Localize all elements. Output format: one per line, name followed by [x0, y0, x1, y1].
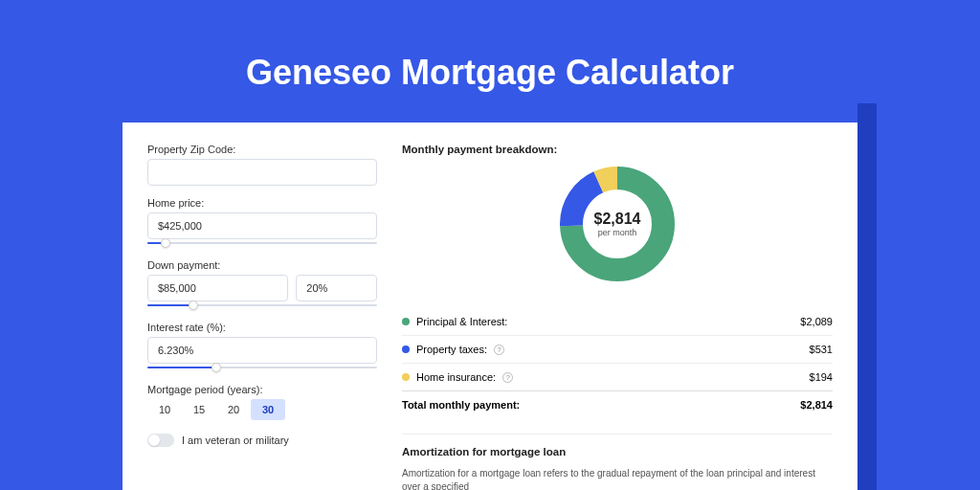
home-price-group: Home price:: [147, 197, 377, 248]
calculator-card: Property Zip Code: Home price: Down paym…: [122, 122, 858, 490]
legend-dot-icon: [402, 373, 410, 381]
legend-row: Home insurance:?$194: [402, 363, 833, 390]
legend-value: $194: [810, 371, 833, 383]
page-title: Geneseo Mortgage Calculator: [0, 53, 980, 93]
amortization-text: Amortization for a mortgage loan refers …: [402, 467, 833, 490]
total-label: Total monthly payment:: [402, 399, 520, 411]
legend-value: $2,089: [800, 316, 833, 327]
down-payment-slider[interactable]: [147, 301, 377, 310]
help-icon[interactable]: ?: [494, 345, 504, 355]
breakdown-title: Monthly payment breakdown:: [402, 144, 833, 155]
legend-dot-icon: [402, 318, 410, 325]
period-option-15[interactable]: 15: [182, 399, 216, 420]
down-payment-group: Down payment:: [147, 259, 377, 310]
amortization-section: Amortization for mortgage loan Amortizat…: [402, 434, 833, 490]
home-price-label: Home price:: [147, 197, 377, 209]
legend-row: Principal & Interest:$2,089: [402, 308, 833, 335]
amortization-title: Amortization for mortgage loan: [402, 446, 833, 457]
home-price-input[interactable]: [147, 212, 377, 239]
home-price-slider[interactable]: [147, 238, 377, 248]
input-panel: Property Zip Code: Home price: Down paym…: [147, 144, 377, 469]
mortgage-period-label: Mortgage period (years):: [147, 384, 377, 395]
veteran-label: I am veteran or military: [182, 434, 289, 446]
breakdown-panel: Monthly payment breakdown: $2,814 per mo…: [402, 144, 833, 469]
down-payment-amount-input[interactable]: [147, 275, 288, 301]
veteran-toggle[interactable]: [147, 434, 174, 447]
zip-input[interactable]: [147, 159, 377, 186]
total-value: $2,814: [800, 399, 833, 411]
down-payment-label: Down payment:: [147, 259, 377, 271]
legend-row: Property taxes:?$531: [402, 335, 833, 363]
payment-donut-chart: $2,814 per month: [558, 165, 677, 283]
payment-legend: Principal & Interest:$2,089Property taxe…: [402, 308, 833, 390]
total-row: Total monthly payment: $2,814: [402, 390, 833, 418]
interest-rate-group: Interest rate (%):: [147, 322, 377, 372]
zip-label: Property Zip Code:: [147, 144, 377, 155]
veteran-row: I am veteran or military: [147, 434, 377, 447]
period-option-30[interactable]: 30: [251, 399, 285, 420]
donut-value: $2,814: [594, 211, 641, 228]
app-background: Geneseo Mortgage Calculator Property Zip…: [0, 0, 980, 490]
legend-value: $531: [810, 344, 833, 355]
mortgage-period-options: 10152030: [147, 399, 377, 420]
interest-rate-slider[interactable]: [147, 363, 377, 372]
donut-sublabel: per month: [594, 228, 641, 237]
period-option-10[interactable]: 10: [147, 399, 182, 420]
legend-dot-icon: [402, 345, 410, 353]
legend-label: Home insurance:: [416, 371, 496, 383]
legend-label: Principal & Interest:: [416, 316, 507, 327]
mortgage-period-group: Mortgage period (years): 10152030: [147, 384, 377, 420]
period-option-20[interactable]: 20: [216, 399, 251, 420]
zip-group: Property Zip Code:: [147, 144, 377, 186]
card-shadow: [858, 103, 877, 490]
help-icon[interactable]: ?: [502, 372, 513, 383]
interest-rate-input[interactable]: [147, 337, 377, 364]
legend-label: Property taxes:: [416, 344, 487, 355]
down-payment-pct-input[interactable]: [296, 275, 377, 301]
interest-rate-label: Interest rate (%):: [147, 322, 377, 333]
